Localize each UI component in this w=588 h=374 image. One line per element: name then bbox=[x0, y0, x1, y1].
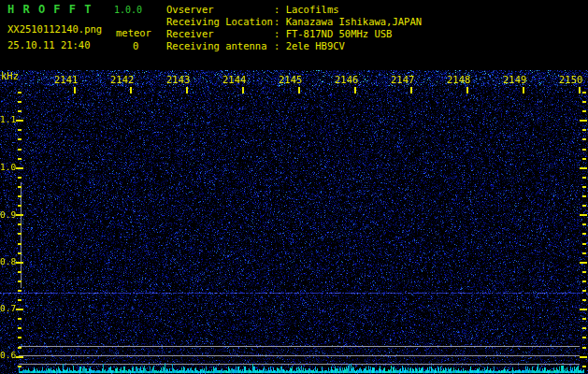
freq-label: 0.6 bbox=[0, 351, 16, 360]
observer-value: : Lacofilms bbox=[274, 5, 339, 15]
freq-label: 0.8 bbox=[0, 257, 16, 266]
receiving-location-label: Receiving Location bbox=[166, 17, 273, 27]
meteor-count-label: meteor bbox=[116, 28, 151, 38]
observer-label: Ovserver bbox=[166, 5, 214, 15]
time-label: 2141 bbox=[54, 75, 78, 85]
time-label: 2149 bbox=[503, 75, 526, 85]
freq-label: 1.1 bbox=[0, 115, 16, 124]
receiver-label: Receiver bbox=[166, 29, 214, 39]
spectrogram-canvas bbox=[0, 70, 588, 374]
receiving-antenna-label: Receiving antenna bbox=[166, 41, 266, 51]
receiver-value: : FT-817ND 50MHz USB bbox=[274, 29, 392, 39]
time-label: 2150 bbox=[559, 75, 582, 85]
meteor-count-value: 0 bbox=[133, 41, 138, 51]
time-label: 2146 bbox=[335, 75, 358, 85]
app-version: 1.0.0 bbox=[114, 6, 142, 15]
app-title: H R O F F T bbox=[7, 4, 92, 15]
freq-label: 0.7 bbox=[0, 304, 16, 313]
time-label: 2145 bbox=[279, 75, 302, 85]
time-label: 2144 bbox=[222, 75, 246, 85]
observation-timestamp: 25.10.11 21:40 bbox=[7, 40, 91, 50]
receiving-location-value: : Kanazawa Ishikawa,JAPAN bbox=[274, 17, 422, 27]
time-label: 2147 bbox=[391, 75, 414, 85]
time-label: 2143 bbox=[166, 75, 190, 85]
time-label: 2142 bbox=[110, 75, 134, 85]
output-filename: XX2510112140.png bbox=[7, 24, 102, 35]
hrofft-screen: H R O F F T 1.0.0 XX2510112140.png meteo… bbox=[0, 0, 588, 374]
freq-label: 1.0 bbox=[0, 163, 16, 172]
time-label: 2148 bbox=[447, 75, 470, 85]
freq-axis-unit: kHz bbox=[1, 71, 19, 81]
receiving-antenna-value: : 2ele HB9CV bbox=[274, 41, 345, 51]
freq-label: 0.9 bbox=[0, 210, 16, 220]
